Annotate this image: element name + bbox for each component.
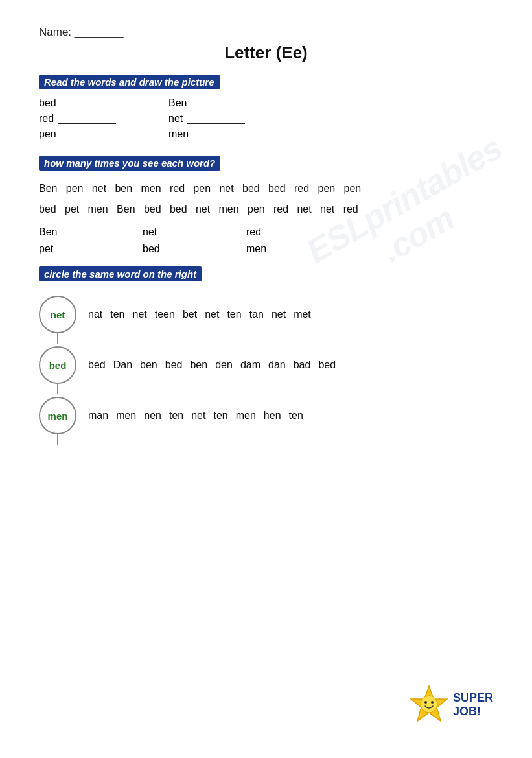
count-bed: bed: [143, 243, 227, 255]
word-red: red: [39, 113, 143, 124]
target-men: men: [39, 397, 76, 434]
men-words: man men nen ten net ten men hen ten: [88, 410, 493, 421]
word-block: Ben pen net ben men red pen net bed bed …: [39, 178, 493, 220]
circle-row-bed: bed bed Dan ben bed ben den dam dan bad …: [39, 346, 493, 384]
target-bed: bed: [39, 346, 76, 384]
count-red: red: [246, 226, 330, 238]
super-job-badge: SUPER JOB!: [408, 683, 493, 726]
circle-row-net: net nat ten net teen bet net ten tan net…: [39, 296, 493, 333]
section2: how many times you see each word? Ben pe…: [39, 156, 493, 255]
svg-point-1: [421, 696, 437, 713]
target-net: net: [39, 296, 76, 333]
super-job-text: SUPER JOB!: [453, 691, 493, 718]
section1-header: Read the words and draw the picture: [39, 75, 220, 89]
section1: Read the words and draw the picture bed …: [39, 75, 493, 140]
star-icon: [408, 683, 450, 726]
word-men: men: [168, 128, 272, 140]
net-words: nat ten net teen bet net ten tan net met: [88, 309, 493, 320]
count-blanks: Ben net red: [39, 226, 493, 238]
section3: circle the same word on the right net na…: [39, 266, 493, 434]
draw-words: bed Ben red net pen men: [39, 97, 493, 140]
bed-words: bed Dan ben bed ben den dam dan bad bed: [88, 359, 493, 371]
count-ben: Ben: [39, 226, 123, 238]
word-pen: pen: [39, 128, 143, 140]
page-title: Letter (Ee): [39, 43, 493, 63]
word-net: net: [168, 113, 272, 124]
name-underline: ________: [75, 26, 124, 38]
section2-header: how many times you see each word?: [39, 156, 220, 171]
name-label: Name:: [39, 26, 71, 38]
job-label: JOB!: [453, 705, 481, 718]
section3-header: circle the same word on the right: [39, 266, 202, 281]
count-men: men: [246, 243, 330, 255]
count-blanks-row2: pet bed men: [39, 243, 493, 255]
count-pet: pet: [39, 243, 123, 255]
super-label: SUPER: [453, 691, 493, 705]
svg-point-2: [424, 701, 427, 704]
word-bed: bed: [39, 97, 143, 109]
name-line: Name: ________: [39, 26, 493, 39]
word-ben: Ben: [168, 97, 272, 109]
circle-row-men: men man men nen ten net ten men hen ten: [39, 397, 493, 434]
svg-point-3: [431, 701, 434, 704]
count-net: net: [143, 226, 227, 238]
